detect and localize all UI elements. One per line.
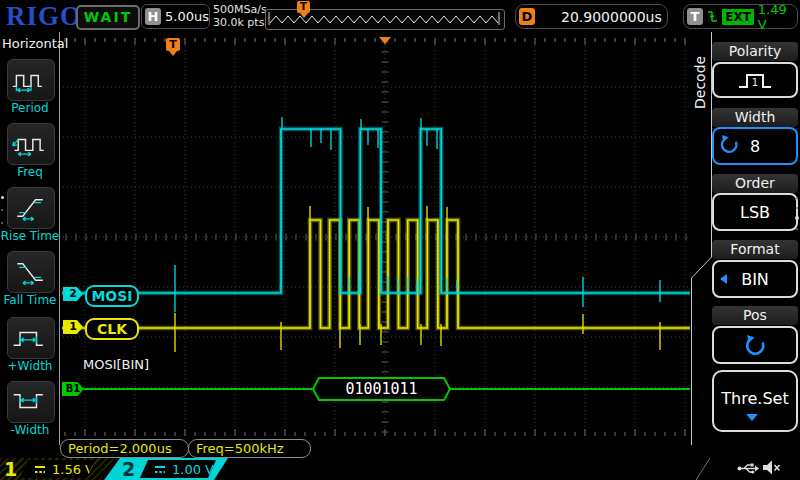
mosi-trace-fuzz	[62, 129, 690, 293]
menu-header-width: Width	[712, 108, 798, 127]
channel-2-scale-value: 1.00 V	[172, 462, 214, 477]
right-page-dot	[796, 197, 798, 199]
down-triangle-icon	[746, 414, 758, 421]
left-page-dot	[1, 222, 3, 224]
positive-pulse-icon: 1	[733, 67, 777, 93]
measure-label-period: Period	[0, 101, 60, 115]
order-value: LSB	[740, 203, 770, 222]
bottom-bar-slash	[694, 458, 712, 480]
usb-icon	[737, 462, 759, 475]
clk-wave-label[interactable]: CLK	[85, 318, 139, 340]
measure-item-period[interactable]	[7, 59, 55, 101]
menu-header-pos: Pos	[712, 306, 798, 325]
channel-2-scale: 1.00 V	[140, 460, 216, 478]
measure-item-plus-width[interactable]	[7, 317, 55, 359]
measure-item-minus-width[interactable]	[7, 381, 55, 423]
mosi-wave-label[interactable]: MOSI	[85, 285, 139, 307]
threshold-set-label: Thre.Set	[721, 389, 788, 408]
sample-rate: 500MSa/s	[213, 3, 267, 16]
left-menu-title: Horizontal	[2, 36, 68, 51]
sample-rate-readout: 500MSa/s 30.0k pts	[213, 3, 267, 29]
measure-item-rise-time[interactable]	[7, 187, 55, 229]
knob-icon	[719, 134, 739, 154]
channel-1-scale: 1.56 V	[20, 460, 95, 478]
horizontal-scale-readout[interactable]: H 5.00us	[141, 4, 210, 29]
period-icon	[10, 65, 52, 95]
minus-width-icon	[10, 387, 52, 417]
left-triangle-icon	[720, 274, 727, 284]
decode-tab-label[interactable]: Decode	[692, 44, 710, 120]
decode-menu-panel: Decode Polarity 1 Width 8 Order LSB Form…	[690, 32, 800, 445]
mosi-trace	[62, 129, 690, 293]
dc-coupling-icon	[154, 465, 166, 474]
dc-coupling-icon	[34, 465, 46, 474]
falling-edge-icon	[707, 9, 718, 24]
channel-2-number: 2	[122, 458, 135, 480]
menu-item-width[interactable]: 8	[712, 127, 798, 165]
menu-item-polarity[interactable]: 1	[712, 62, 798, 98]
decode-bus-name: MOSI[BIN]	[83, 357, 149, 372]
measurement-freq[interactable]: Freq=500kHz	[188, 439, 311, 458]
format-value: BIN	[741, 270, 769, 289]
menu-header-format: Format	[712, 240, 798, 259]
measure-label-freq: Freq	[0, 165, 60, 179]
width-value: 8	[750, 137, 760, 156]
measure-label-plus-width: +Width	[0, 359, 60, 373]
channel-1-number: 1	[4, 458, 17, 480]
menu-item-threshold-set[interactable]: Thre.Set	[712, 370, 798, 432]
trigger-source-badge: EXT	[722, 9, 754, 25]
plus-width-icon	[10, 323, 52, 353]
trigger-info-readout[interactable]: T EXT 1.49 V	[683, 4, 798, 29]
left-page-dot	[1, 235, 3, 237]
h-chip: H	[145, 8, 161, 25]
measure-item-fall-time[interactable]	[7, 251, 55, 293]
timebase-value: 5.00us	[165, 9, 209, 24]
right-page-dot	[796, 207, 798, 209]
acquisition-status-badge: WAIT	[76, 5, 140, 30]
left-page-dot	[1, 196, 4, 199]
memory-depth: 30.0k pts	[213, 16, 267, 29]
trigger-delay-readout[interactable]: D 20.9000000us	[515, 4, 668, 29]
svg-text:1: 1	[752, 77, 758, 88]
trigger-position-marker[interactable]: T	[166, 38, 180, 51]
speaker-muted-icon[interactable]	[763, 459, 781, 476]
d-chip: D	[519, 8, 535, 25]
channel-1-scale-value: 1.56 V	[52, 462, 94, 477]
rise-time-icon	[10, 193, 52, 223]
t-chip: T	[687, 8, 703, 25]
trigger-position-marker-preview[interactable]: T	[297, 1, 310, 13]
menu-header-polarity: Polarity	[712, 42, 798, 61]
right-page-dot	[796, 228, 798, 230]
menu-item-order[interactable]: LSB	[712, 193, 798, 231]
knob-icon	[744, 334, 766, 356]
measure-label-minus-width: -Width	[0, 423, 60, 437]
decode-bus-value: 01001011	[318, 380, 445, 398]
measure-item-freq[interactable]	[7, 123, 55, 165]
delay-value: 20.9000000us	[561, 9, 662, 25]
trigger-level-value: 1.49 V	[758, 2, 797, 32]
freq-icon	[10, 129, 52, 159]
measurement-period[interactable]: Period=2.000us	[60, 439, 189, 458]
horizontal-center-marker	[379, 37, 391, 44]
fall-time-icon	[10, 257, 52, 287]
menu-item-format[interactable]: BIN	[712, 260, 798, 298]
left-page-dot	[1, 209, 3, 211]
menu-item-pos[interactable]	[712, 326, 798, 364]
menu-header-order: Order	[712, 174, 798, 193]
measure-label-rise-time: Rise Time	[0, 229, 60, 243]
right-page-dot	[795, 216, 799, 220]
measure-label-fall-time: Fall Time	[0, 293, 60, 307]
